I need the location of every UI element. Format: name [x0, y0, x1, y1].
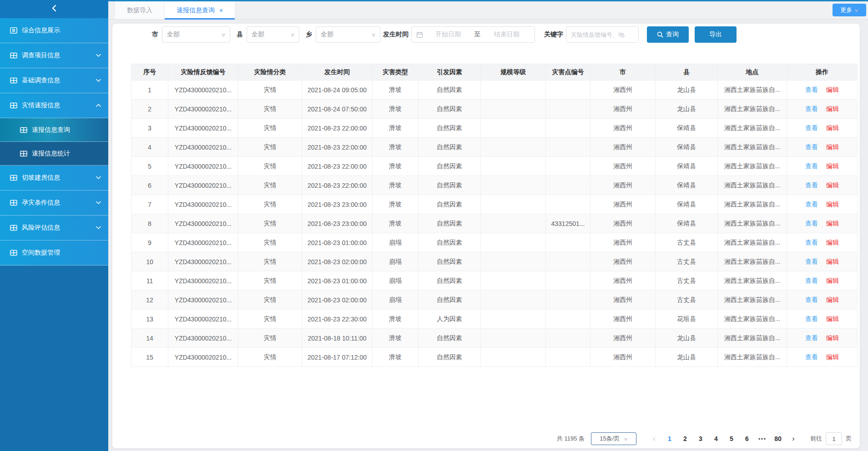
edit-link[interactable]: 编辑 [826, 296, 839, 303]
cell-time: 2021-08-18 10:11:00 [302, 329, 373, 348]
edit-link[interactable]: 编辑 [826, 143, 839, 150]
cell-point [546, 252, 590, 271]
sidebar-item-label: 孕灾条件信息 [22, 199, 60, 207]
view-link[interactable]: 查看 [805, 315, 818, 322]
sidebar-item-9[interactable]: 风险评估信息 [0, 215, 108, 241]
edit-link[interactable]: 编辑 [826, 162, 839, 170]
start-date-placeholder[interactable]: 开始日期 [425, 30, 472, 39]
cell-time: 2021-08-23 22:00:00 [302, 157, 373, 176]
page-number-1[interactable]: 1 [663, 432, 676, 445]
page-number-6[interactable]: 6 [740, 432, 754, 445]
view-link[interactable]: 查看 [805, 334, 818, 341]
cell-county: 古丈县 [656, 291, 718, 310]
page-number-2[interactable]: 2 [678, 432, 692, 445]
end-date-placeholder[interactable]: 结束日期 [484, 30, 530, 39]
table-header-row: 序号灾险情反馈编号灾险情分类发生时间灾害类型引发因素规模等级灾害点编号市县地点操… [131, 64, 858, 80]
close-icon[interactable]: × [219, 7, 223, 14]
sidebar-item-7[interactable]: 切坡建房信息 [0, 165, 108, 190]
page-number-3[interactable]: 3 [694, 432, 707, 445]
keyword-input[interactable] [566, 26, 639, 43]
edit-link[interactable]: 编辑 [826, 353, 839, 361]
view-link[interactable]: 查看 [805, 239, 818, 246]
cell-place: 湘西土家族苗族自... [718, 80, 787, 100]
content-panel: 市 全部 ∨ 县 全部 ∨ 乡 全部 ∨ 发生时间 开始日期 至 [112, 24, 860, 448]
table-row: 2YZD43000020210...灾情2021-08-24 07:50:00滑… [131, 100, 858, 119]
view-link[interactable]: 查看 [805, 105, 818, 112]
cell-code: YZD43000020210... [168, 252, 238, 271]
edit-link[interactable]: 编辑 [826, 105, 839, 112]
tab-2[interactable]: 速报信息查询× [165, 1, 235, 19]
edit-link[interactable]: 编辑 [826, 220, 839, 227]
cell-cls: 灾情 [238, 233, 302, 252]
town-select[interactable]: 全部 ∨ [316, 26, 380, 43]
sidebar-item-10[interactable]: 空间数据管理 [0, 241, 108, 266]
search-button[interactable]: 查询 [647, 26, 689, 43]
sidebar-item-4[interactable]: 灾情速报信息 [0, 93, 108, 118]
goto-page-input[interactable] [826, 432, 842, 445]
cell-code: YZD43000020210... [168, 291, 238, 310]
cell-time: 2021-08-23 01:00:00 [302, 233, 373, 252]
cell-time: 2021-08-23 23:00:00 [302, 195, 373, 214]
view-link[interactable]: 查看 [805, 277, 818, 284]
cell-scale [481, 195, 546, 214]
cell-scale [481, 138, 546, 157]
sidebar-item-5[interactable]: 速报信息查询 [0, 118, 108, 142]
column-header: 序号 [131, 64, 168, 80]
view-link[interactable]: 查看 [805, 162, 818, 170]
cell-cls: 灾情 [238, 291, 302, 310]
edit-link[interactable]: 编辑 [826, 200, 839, 208]
grid-icon [10, 52, 17, 59]
sidebar-item-6[interactable]: 速报信息统计 [0, 142, 108, 165]
view-link[interactable]: 查看 [805, 353, 818, 361]
cell-cls: 灾情 [238, 119, 302, 138]
page-number-5[interactable]: 5 [725, 432, 738, 445]
cell-scale [481, 291, 546, 310]
cell-cls: 灾情 [238, 252, 302, 271]
cell-no: 2 [131, 100, 168, 119]
town-select-value: 全部 [321, 30, 333, 39]
edit-link[interactable]: 编辑 [826, 315, 839, 322]
page-number-80[interactable]: 80 [771, 432, 785, 445]
sidebar-item-3[interactable]: 基础调查信息 [0, 68, 108, 93]
results-table-wrap: 序号灾险情反馈编号灾险情分类发生时间灾害类型引发因素规模等级灾害点编号市县地点操… [131, 64, 857, 367]
cell-cls: 灾情 [238, 138, 302, 157]
next-page-button[interactable]: › [787, 432, 800, 445]
view-link[interactable]: 查看 [805, 258, 818, 265]
city-select[interactable]: 全部 ∨ [162, 26, 230, 43]
cell-county: 龙山县 [656, 100, 718, 119]
sidebar-item-8[interactable]: 孕灾条件信息 [0, 190, 108, 215]
view-link[interactable]: 查看 [805, 220, 818, 227]
cell-operations: 查看编辑 [787, 233, 858, 252]
export-button[interactable]: 导出 [695, 26, 737, 43]
cell-factor: 自然因素 [419, 119, 481, 138]
page-size-value: 15条/页 [600, 435, 620, 443]
view-link[interactable]: 查看 [805, 143, 818, 150]
sidebar-item-2[interactable]: 调查项目信息 [0, 43, 108, 68]
page-number-4[interactable]: 4 [709, 432, 723, 445]
view-link[interactable]: 查看 [805, 200, 818, 208]
view-link[interactable]: 查看 [805, 124, 818, 131]
sidebar-collapse-button[interactable] [0, 0, 108, 18]
cell-place: 湘西土家族苗族自... [718, 329, 787, 348]
view-link[interactable]: 查看 [805, 181, 818, 189]
view-link[interactable]: 查看 [805, 86, 818, 93]
sidebar-item-1[interactable]: 综合信息展示 [0, 18, 108, 43]
edit-link[interactable]: 编辑 [826, 86, 839, 93]
cell-no: 13 [131, 310, 168, 329]
edit-link[interactable]: 编辑 [826, 277, 839, 284]
edit-link[interactable]: 编辑 [826, 258, 839, 265]
view-link[interactable]: 查看 [805, 296, 818, 303]
date-range-picker[interactable]: 开始日期 至 结束日期 [411, 26, 535, 43]
edit-link[interactable]: 编辑 [826, 334, 839, 341]
cell-city: 湘西州 [590, 100, 656, 119]
tab-1[interactable]: 数据导入 [115, 1, 165, 19]
top-accent-strip [108, 0, 868, 1]
edit-link[interactable]: 编辑 [826, 239, 839, 246]
county-select[interactable]: 全部 ∨ [247, 26, 299, 43]
more-button[interactable]: 更多 ∨ [833, 4, 866, 16]
page-size-select[interactable]: 15条/页 ∨ [591, 432, 636, 445]
calendar-icon [416, 31, 423, 38]
more-pages-ellipsis[interactable]: ••• [756, 432, 769, 445]
edit-link[interactable]: 编辑 [826, 124, 839, 131]
edit-link[interactable]: 编辑 [826, 181, 839, 189]
